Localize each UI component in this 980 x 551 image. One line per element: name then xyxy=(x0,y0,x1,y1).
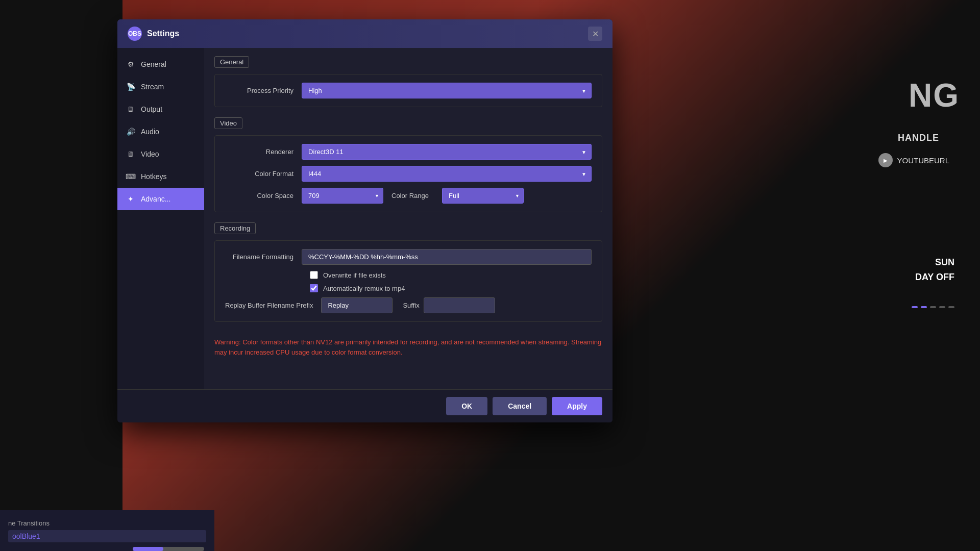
remux-row: Automatically remux to mp4 xyxy=(225,284,592,292)
bg-youtube-row: ▶ YOUTUBEURL xyxy=(878,153,949,167)
general-icon: ⚙ xyxy=(126,59,136,69)
bg-handle-text: HANDLE xyxy=(898,133,939,143)
sun-status: DAY OFF xyxy=(915,270,954,285)
renderer-select[interactable]: Direct3D 11 xyxy=(302,144,592,160)
replay-row: Replay Buffer Filename Prefix Suffix xyxy=(225,297,592,313)
overwrite-row: Overwrite if file exists xyxy=(225,271,592,279)
dot-5 xyxy=(948,306,954,308)
cancel-button[interactable]: Cancel xyxy=(493,397,547,415)
transitions-label: ne Transitions xyxy=(8,519,206,527)
color-space-wrapper: 709 xyxy=(302,188,383,204)
recording-section-header: Recording xyxy=(214,222,256,234)
replay-prefix-input[interactable] xyxy=(321,297,393,313)
filename-row: Filename Formatting xyxy=(225,249,592,265)
settings-sidebar: ⚙ General 📡 Stream 🖥 Output 🔊 Audio 🖥 Vi… xyxy=(117,48,204,389)
color-space-select[interactable]: 709 xyxy=(302,188,383,204)
recording-section: Recording Filename Formatting Overwrite … xyxy=(214,222,602,322)
bg-ng-text: NG xyxy=(909,77,960,114)
scrollbar-thumb[interactable] xyxy=(133,547,163,551)
sidebar-label-general: General xyxy=(141,60,166,68)
main-content: General Process Priority High xyxy=(204,48,612,389)
scrollbar-track[interactable] xyxy=(133,547,204,551)
advanced-icon: ✦ xyxy=(126,194,136,204)
sun-box: SUN DAY OFF xyxy=(915,255,954,285)
overwrite-label: Overwrite if file exists xyxy=(323,271,386,279)
sidebar-label-stream: Stream xyxy=(141,83,164,91)
dot-2 xyxy=(921,306,927,308)
remux-checkbox[interactable] xyxy=(310,284,318,292)
color-range-label: Color Range xyxy=(391,192,434,199)
color-format-wrapper: I444 xyxy=(302,166,592,182)
warning-text: Warning: Color formats other than NV12 a… xyxy=(214,332,602,362)
color-space-label: Color Space xyxy=(225,192,302,199)
dot-1 xyxy=(912,306,918,308)
dot-3 xyxy=(930,306,936,308)
color-format-row: Color Format I444 xyxy=(225,166,592,182)
progress-dots xyxy=(912,306,954,308)
general-section-content: Process Priority High xyxy=(214,74,602,107)
sidebar-item-stream[interactable]: 📡 Stream xyxy=(117,76,204,98)
recording-section-content: Filename Formatting Overwrite if file ex… xyxy=(214,240,602,322)
bg-youtube-text: YOUTUBEURL xyxy=(897,156,949,165)
replay-prefix-label: Replay Buffer Filename Prefix xyxy=(225,302,321,309)
process-priority-wrapper: High xyxy=(302,83,592,98)
video-section-content: Renderer Direct3D 11 Color Format xyxy=(214,135,602,212)
filename-label: Filename Formatting xyxy=(225,253,302,261)
settings-dialog: OBS Settings ✕ ⚙ General 📡 Stream 🖥 Outp… xyxy=(117,19,612,422)
color-format-select[interactable]: I444 xyxy=(302,166,592,182)
dialog-title-left: OBS Settings xyxy=(128,27,179,41)
sidebar-label-hotkeys: Hotkeys xyxy=(141,172,167,181)
ok-button[interactable]: OK xyxy=(446,397,487,415)
sidebar-item-audio[interactable]: 🔊 Audio xyxy=(117,120,204,143)
sidebar-label-output: Output xyxy=(141,105,162,113)
renderer-row: Renderer Direct3D 11 xyxy=(225,144,592,160)
process-priority-row: Process Priority High xyxy=(225,83,592,98)
process-priority-control: High xyxy=(302,83,592,98)
video-section: Video Renderer Direct3D 11 xyxy=(214,117,602,212)
obs-icon: OBS xyxy=(128,27,142,41)
output-icon: 🖥 xyxy=(126,104,136,114)
overwrite-checkbox[interactable] xyxy=(310,271,318,279)
process-priority-label: Process Priority xyxy=(225,87,302,94)
dialog-footer: OK Cancel Apply xyxy=(117,389,612,422)
dialog-titlebar: OBS Settings ✕ xyxy=(117,19,612,48)
bottom-bar: ne Transitions oolBlue1 xyxy=(0,510,214,551)
sun-day: SUN xyxy=(915,255,954,270)
color-range-wrapper: Full xyxy=(442,188,524,204)
color-space-range-group: 709 Color Range Full xyxy=(302,188,592,204)
stream-icon: 📡 xyxy=(126,82,136,92)
renderer-control: Direct3D 11 xyxy=(302,144,592,160)
sidebar-label-audio: Audio xyxy=(141,128,159,136)
dialog-title: Settings xyxy=(147,29,179,38)
youtube-icon: ▶ xyxy=(878,153,893,167)
color-space-row: Color Space 709 Color Range Full xyxy=(225,188,592,204)
hotkeys-icon: ⌨ xyxy=(126,171,136,182)
color-format-control: I444 xyxy=(302,166,592,182)
renderer-wrapper: Direct3D 11 xyxy=(302,144,592,160)
color-range-select[interactable]: Full xyxy=(442,188,524,204)
sidebar-item-output[interactable]: 🖥 Output xyxy=(117,98,204,120)
video-section-header: Video xyxy=(214,117,242,129)
pool-label: oolBlue1 xyxy=(8,530,206,542)
filename-input[interactable] xyxy=(302,249,592,265)
close-button[interactable]: ✕ xyxy=(588,27,602,41)
sidebar-item-hotkeys[interactable]: ⌨ Hotkeys xyxy=(117,165,204,188)
remux-label: Automatically remux to mp4 xyxy=(323,285,405,292)
general-section: General Process Priority High xyxy=(214,56,602,107)
audio-icon: 🔊 xyxy=(126,127,136,137)
replay-suffix-input[interactable] xyxy=(424,297,495,313)
sidebar-item-advanced[interactable]: ✦ Advanc... xyxy=(117,188,204,210)
apply-button[interactable]: Apply xyxy=(552,397,602,415)
renderer-label: Renderer xyxy=(225,148,302,156)
sidebar-label-video: Video xyxy=(141,150,159,158)
video-icon: 🖥 xyxy=(126,149,136,159)
dot-4 xyxy=(939,306,945,308)
sidebar-item-general[interactable]: ⚙ General xyxy=(117,53,204,76)
process-priority-select[interactable]: High xyxy=(302,83,592,98)
replay-suffix-label: Suffix xyxy=(403,302,419,309)
dialog-body: ⚙ General 📡 Stream 🖥 Output 🔊 Audio 🖥 Vi… xyxy=(117,48,612,389)
general-section-header: General xyxy=(214,56,249,68)
sidebar-label-advanced: Advanc... xyxy=(141,195,170,203)
color-format-label: Color Format xyxy=(225,170,302,178)
sidebar-item-video[interactable]: 🖥 Video xyxy=(117,143,204,165)
